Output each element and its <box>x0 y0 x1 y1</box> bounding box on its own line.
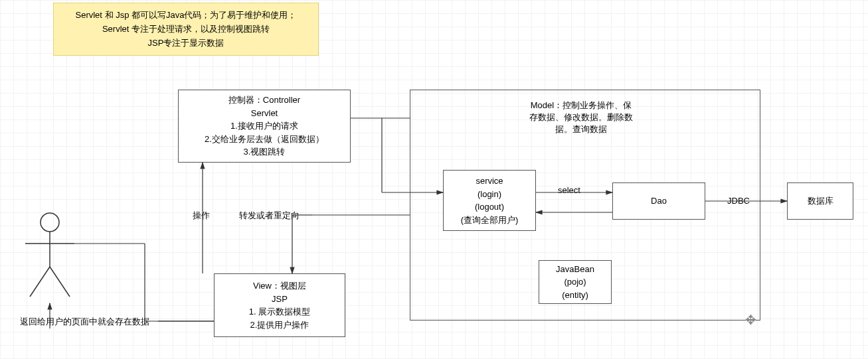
edge-operate-label: 操作 <box>193 210 210 222</box>
service-line: service <box>476 175 503 188</box>
edge-jdbc-label: JDBC <box>727 195 750 207</box>
view-sub: JSP <box>272 293 288 306</box>
model-title-line: 据。查询数据 <box>505 123 657 135</box>
controller-sub: Servlet <box>251 107 278 120</box>
service-line: (logout) <box>475 200 504 214</box>
edge-return-label: 返回给用户的页面中就会存在数据 <box>20 316 149 328</box>
svg-line-4 <box>50 267 70 297</box>
controller-item: 1.接收用户的请求 <box>230 119 298 133</box>
dao-label: Dao <box>651 194 667 208</box>
controller-title: 控制器：Controller <box>228 94 300 107</box>
javabean-box: JavaBean (pojo) (entity) <box>539 260 612 304</box>
stickman-icon <box>20 210 80 303</box>
note-line: Servlet 和 Jsp 都可以写Java代码；为了易于维护和使用； <box>63 9 309 23</box>
javabean-line: (entity) <box>562 289 588 302</box>
model-title: Model：控制业务操作、保 存数据、修改数据。删除数 据。查询数据 <box>505 100 657 136</box>
note-line: JSP专注于显示数据 <box>63 36 309 50</box>
view-item: 1. 展示数据模型 <box>249 305 310 319</box>
user-actor <box>20 210 80 305</box>
svg-line-3 <box>30 267 50 297</box>
controller-item: 2.交给业务层去做（返回数据） <box>205 133 324 146</box>
service-box: service (login) (logout) (查询全部用户) <box>443 170 536 231</box>
edge-forward-label: 转发或者重定向 <box>239 210 300 222</box>
dao-box: Dao <box>612 182 705 220</box>
database-label: 数据库 <box>808 194 833 208</box>
controller-item: 3.视图跳转 <box>244 145 286 159</box>
javabean-line: (pojo) <box>564 275 586 289</box>
controller-box: 控制器：Controller Servlet 1.接收用户的请求 2.交给业务层… <box>178 90 351 163</box>
service-line: (查询全部用户) <box>461 214 519 227</box>
svg-point-0 <box>41 213 59 232</box>
database-box: 数据库 <box>787 182 853 220</box>
sticky-note: Servlet 和 Jsp 都可以写Java代码；为了易于维护和使用； Serv… <box>53 3 319 56</box>
model-title-line: Model：控制业务操作、保 <box>505 100 657 111</box>
view-item: 2.提供用户操作 <box>250 319 309 332</box>
service-line: (login) <box>477 188 501 201</box>
model-title-line: 存数据、修改数据。删除数 <box>505 111 657 123</box>
note-line: Servlet 专注于处理请求，以及控制视图跳转 <box>63 23 309 36</box>
edge-select-label: select <box>558 184 580 196</box>
move-cursor-icon: ✥ <box>745 312 756 328</box>
javabean-line: JavaBean <box>556 263 594 276</box>
view-box: View：视图层 JSP 1. 展示数据模型 2.提供用户操作 <box>214 273 345 337</box>
view-title: View：视图层 <box>253 279 306 293</box>
